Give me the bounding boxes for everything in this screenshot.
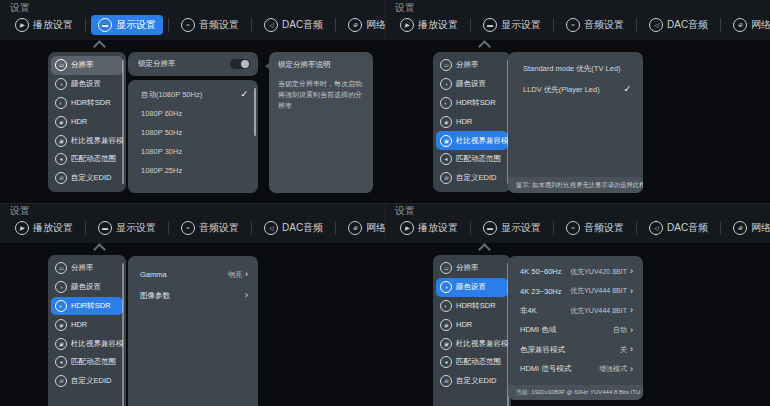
dynamic-range-icon: ◄ — [55, 356, 67, 368]
sidebar-item-dolby-vision-compat[interactable]: ▣ 杜比视界兼容模式 — [436, 131, 508, 150]
settings-row[interactable]: HDMI 信号模式 增强模式 › — [508, 360, 643, 380]
color-settings-icon: ◑ — [55, 78, 67, 90]
sidebar-item-match-dynamic-range[interactable]: ◄ 匹配动态范围 — [436, 150, 508, 169]
sidebar-item-hdr-to-sdr[interactable]: ◐ HDR转SDR — [436, 297, 508, 316]
dolby-vision-option[interactable]: Standard mode 优先(TV Led) ✓ — [508, 58, 643, 79]
quadrant-hdr2sdr-settings: 设置 ▶ 播放设置 ▬ 显示设置 ≈ 音频设置 ◁ — [0, 203, 385, 406]
resolution-option[interactable]: 1080P 60Hz ✓ — [128, 104, 258, 123]
tab-playback-settings[interactable]: ▶ 播放设置 — [393, 218, 465, 238]
sidebar-item-resolution[interactable]: ▭ 分辨率 — [436, 56, 508, 75]
resolution-option[interactable]: 1080P 50Hz ✓ — [128, 123, 258, 142]
sidebar-item-color-settings[interactable]: ◑ 颜色设置 — [436, 75, 508, 94]
tab-label: 显示设置 — [116, 221, 156, 235]
sidebar-item-label: 杜比视界兼容模式 — [71, 339, 123, 349]
sidebar-item-hdr-to-sdr[interactable]: ◐ HDR转SDR — [436, 94, 508, 113]
display-icon: ▬ — [98, 221, 112, 235]
play-icon: ▶ — [400, 18, 414, 32]
sidebar-item-match-dynamic-range[interactable]: ◄ 匹配动态范围 — [51, 150, 123, 169]
caret-up-icon — [478, 243, 491, 256]
sidebar-item-dolby-vision-compat[interactable]: ▣ 杜比视界兼容模式 — [51, 131, 123, 150]
tab-dac-audio[interactable]: ◁ DAC音频 — [642, 15, 715, 35]
dolby-vision-icon: ▣ — [440, 135, 452, 147]
settings-row[interactable]: 非4K 优先YUV444 8BIT › — [508, 301, 643, 321]
tab-audio-settings[interactable]: ≈ 音频设置 — [559, 218, 631, 238]
hdr-icon: ◉ — [55, 319, 67, 331]
sidebar-item-label: 匹配动态范围 — [456, 357, 501, 367]
settings-row-label: 色深兼容模式 — [520, 345, 565, 355]
tab-dac-audio[interactable]: ◁ DAC音频 — [257, 15, 330, 35]
tab-display-settings[interactable]: ▬ 显示设置 — [476, 15, 548, 35]
sidebar-item-label: 颜色设置 — [71, 79, 101, 89]
sidebar-item-color-settings[interactable]: ◑ 颜色设置 — [436, 278, 508, 297]
sidebar-item-custom-edid[interactable]: ⊟ 自定义EDID — [51, 372, 123, 391]
settings-row[interactable]: 4K 50~60Hz 优先YUV420 8BIT › — [508, 262, 643, 282]
dac-icon: ◁ — [649, 18, 663, 32]
tab-playback-settings[interactable]: ▶ 播放设置 — [8, 15, 80, 35]
sidebar-item-custom-edid[interactable]: ⊟ 自定义EDID — [51, 169, 123, 188]
hdr-icon: ◉ — [55, 116, 67, 128]
tab-playback-settings[interactable]: ▶ 播放设置 — [8, 218, 80, 238]
sidebar-item-hdr[interactable]: ◉ HDR — [51, 315, 123, 334]
tab-audio-settings[interactable]: ≈ 音频设置 — [559, 15, 631, 35]
sidebar-item-dolby-vision-compat[interactable]: ▣ 杜比视界兼容模式 — [436, 334, 508, 353]
tab-dac-audio[interactable]: ◁ DAC音频 — [257, 218, 330, 238]
tab-display-settings[interactable]: ▬ 显示设置 — [91, 15, 163, 35]
list-scrollbar[interactable] — [254, 88, 256, 136]
lock-resolution-toggle[interactable] — [230, 59, 250, 69]
settings-row[interactable]: 色深兼容模式 关 › — [508, 340, 643, 360]
tab-label: 音频设置 — [584, 221, 624, 235]
color-settings-icon: ◑ — [440, 281, 452, 293]
sidebar-item-dolby-vision-compat[interactable]: ▣ 杜比视界兼容模式 — [51, 334, 123, 353]
tab-playback-settings[interactable]: ▶ 播放设置 — [393, 15, 465, 35]
settings-row[interactable]: 图像参数 › — [128, 285, 258, 306]
sidebar-item-resolution[interactable]: ▭ 分辨率 — [51, 56, 123, 75]
sidebar-item-label: 分辨率 — [456, 263, 479, 273]
tab-network-settings[interactable]: ⊕ 网络设置 — [726, 218, 770, 238]
settings-row-value: 增强模式 — [599, 364, 627, 374]
settings-row[interactable]: Gamma 明亮 › — [128, 264, 258, 285]
tab-label: DAC音频 — [667, 18, 708, 32]
chevron-right-icon: › — [245, 291, 248, 300]
dolby-vision-option[interactable]: LLDV 优先(Player Led) ✓ — [508, 79, 643, 100]
settings-row-value: 优先YUV420 8BIT — [570, 267, 627, 277]
sidebar-item-color-settings[interactable]: ◑ 颜色设置 — [51, 75, 123, 94]
dynamic-range-icon: ◄ — [440, 356, 452, 368]
tab-label: 显示设置 — [501, 221, 541, 235]
sidebar-item-resolution[interactable]: ▭ 分辨率 — [436, 259, 508, 278]
sidebar-scrollbar[interactable] — [122, 263, 124, 406]
settings-row[interactable]: HDMI 色域 自动 › — [508, 321, 643, 341]
tab-display-settings[interactable]: ▬ 显示设置 — [476, 218, 548, 238]
resolution-option[interactable]: 1080P 25Hz ✓ — [128, 161, 258, 180]
tab-audio-settings[interactable]: ≈ 音频设置 — [174, 218, 246, 238]
tab-dac-audio[interactable]: ◁ DAC音频 — [642, 218, 715, 238]
sidebar-item-label: 颜色设置 — [456, 79, 486, 89]
tab-network-settings[interactable]: ⊕ 网络设置 — [341, 15, 385, 35]
sidebar-item-label: HDR转SDR — [71, 98, 111, 108]
tab-network-settings[interactable]: ⊕ 网络设置 — [341, 218, 385, 238]
lock-resolution-label: 锁定分辨率 — [138, 59, 176, 69]
resolution-option[interactable]: 自动(1080P 50Hz) ✓ — [128, 85, 258, 104]
sidebar-scrollbar[interactable] — [122, 60, 124, 184]
dolby-vision-hint: 提示: 如未遇到杜比视界无法显示请勿选择此模式. — [508, 177, 643, 193]
sidebar-item-hdr[interactable]: ◉ HDR — [436, 112, 508, 131]
sidebar-item-custom-edid[interactable]: ⊟ 自定义EDID — [436, 169, 508, 188]
tooltip-body: 当锁定分辨率时，每次启动将强制设置到当前选择的分辨率 — [278, 79, 364, 112]
sidebar-item-custom-edid[interactable]: ⊟ 自定义EDID — [436, 372, 508, 391]
sidebar-item-hdr-to-sdr[interactable]: ◐ HDR转SDR — [51, 94, 123, 113]
tab-display-settings[interactable]: ▬ 显示设置 — [91, 218, 163, 238]
audio-icon: ≈ — [181, 221, 195, 235]
edid-icon: ⊟ — [55, 375, 67, 387]
resolution-option[interactable]: 1080P 30Hz ✓ — [128, 142, 258, 161]
settings-row[interactable]: 4K 23~30Hz 优先YUV444 8BIT › — [508, 282, 643, 302]
sidebar-item-resolution[interactable]: ▭ 分辨率 — [51, 259, 123, 278]
tab-network-settings[interactable]: ⊕ 网络设置 — [726, 15, 770, 35]
tooltip-card: 锁定分辨率说明 当锁定分辨率时，每次启动将强制设置到当前选择的分辨率 — [269, 52, 373, 193]
sidebar-item-color-settings[interactable]: ◑ 颜色设置 — [51, 278, 123, 297]
sidebar-item-label: 匹配动态范围 — [71, 154, 116, 164]
sidebar-item-hdr[interactable]: ◉ HDR — [51, 112, 123, 131]
sidebar-item-match-dynamic-range[interactable]: ◄ 匹配动态范围 — [436, 353, 508, 372]
sidebar-item-hdr[interactable]: ◉ HDR — [436, 315, 508, 334]
tab-audio-settings[interactable]: ≈ 音频设置 — [174, 15, 246, 35]
sidebar-item-hdr-to-sdr[interactable]: ◐ HDR转SDR — [51, 297, 123, 316]
sidebar-item-match-dynamic-range[interactable]: ◄ 匹配动态范围 — [51, 353, 123, 372]
